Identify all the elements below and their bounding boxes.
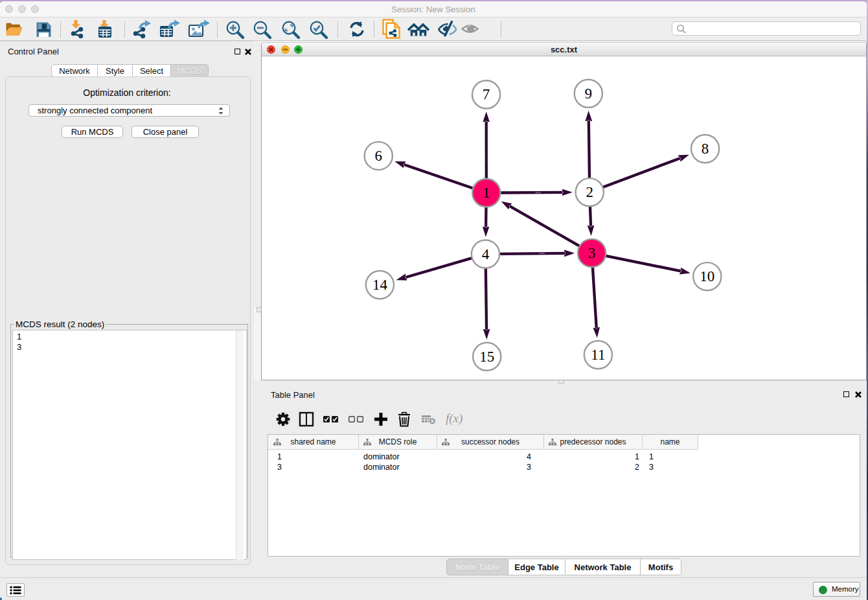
svg-text:14: 14	[372, 277, 388, 293]
svg-text:8: 8	[702, 141, 709, 157]
svg-text:10: 10	[700, 268, 714, 284]
svg-text:9: 9	[585, 86, 593, 102]
svg-text:2: 2	[586, 184, 593, 200]
svg-text:7: 7	[483, 86, 490, 102]
svg-text:15: 15	[479, 349, 494, 365]
svg-text:1: 1	[483, 185, 490, 201]
svg-text:4: 4	[482, 246, 490, 262]
svg-text:11: 11	[591, 347, 605, 363]
svg-text:6: 6	[375, 148, 383, 164]
svg-text:3: 3	[588, 245, 596, 261]
